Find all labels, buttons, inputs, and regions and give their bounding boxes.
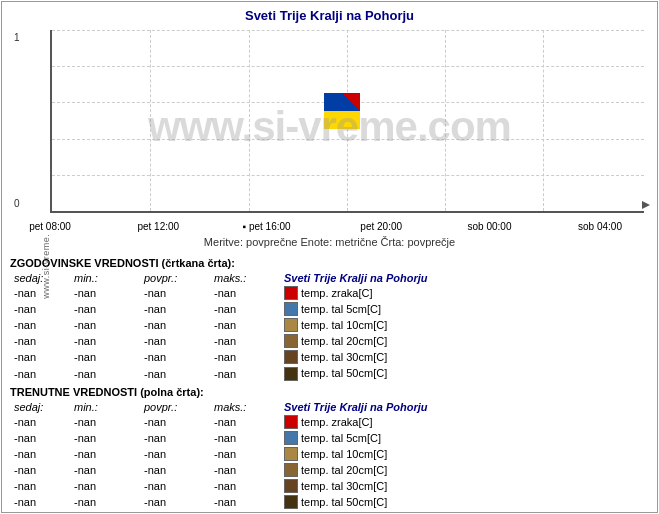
legend-cell: temp. zraka[C] (280, 285, 649, 301)
maks-val: -nan (210, 285, 280, 301)
col-maks-t: maks.: (210, 400, 280, 414)
chart-area: 1 0 (32, 25, 652, 235)
table-row: -nan-nan-nan-nan temp. tal 20cm[C] (10, 462, 649, 478)
trenutne-col-headers: sedaj: min.: povpr.: maks.: Sveti Trije … (10, 400, 649, 414)
zgodovinske-header: ZGODOVINSKE VREDNOSTI (črtkana črta): (10, 257, 649, 269)
section-trenutne: TRENUTNE VREDNOSTI (polna črta): sedaj: … (10, 386, 649, 511)
col-povpr: povpr.: (140, 271, 210, 285)
legend-cell: temp. tal 50cm[C] (280, 494, 649, 510)
legend-cell: temp. tal 10cm[C] (280, 446, 649, 462)
chart-title: Sveti Trije Kralji na Pohorju (2, 2, 657, 25)
col-station-z: Sveti Trije Kralji na Pohorju (280, 271, 649, 285)
col-povpr-t: povpr.: (140, 400, 210, 414)
table-row: -nan-nan-nan-nan temp. tal 30cm[C] (10, 478, 649, 494)
legend-cell: temp. tal 10cm[C] (280, 317, 649, 333)
trenutne-table: sedaj: min.: povpr.: maks.: Sveti Trije … (10, 400, 649, 511)
col-station-t: Sveti Trije Kralji na Pohorju (280, 400, 649, 414)
zgodovinske-table: sedaj: min.: povpr.: maks.: Sveti Trije … (10, 271, 649, 382)
data-sections: ZGODOVINSKE VREDNOSTI (črtkana črta): se… (2, 249, 657, 512)
table-row: -nan-nan-nan-nan temp. zraka[C] (10, 414, 649, 430)
table-row: -nan-nan-nan-nan temp. tal 50cm[C] (10, 365, 649, 381)
table-row: -nan-nan-nan-nan temp. tal 30cm[C] (10, 349, 649, 365)
table-row: -nan-nan-nan-nan temp. tal 50cm[C] (10, 494, 649, 510)
x-label-2: ▪ pet 16:00 (243, 221, 291, 232)
x-label-5: sob 04:00 (578, 221, 622, 232)
x-label-0: pet 08:00 (29, 221, 71, 232)
x-label-3: pet 20:00 (360, 221, 402, 232)
table-row: -nan-nan-nan-nan temp. tal 10cm[C] (10, 317, 649, 333)
section-zgodovinske: ZGODOVINSKE VREDNOSTI (črtkana črta): se… (10, 257, 649, 382)
table-row: -nan-nan-nan-nan temp. tal 5cm[C] (10, 430, 649, 446)
legend-cell: temp. tal 5cm[C] (280, 301, 649, 317)
legend-cell: temp. zraka[C] (280, 414, 649, 430)
legend-cell: temp. tal 5cm[C] (280, 430, 649, 446)
x-label-1: pet 12:00 (137, 221, 179, 232)
table-row: -nan -nan -nan -nan temp. zraka[C] (10, 285, 649, 301)
main-container: www.si-vreme.com Sveti Trije Kralji na P… (1, 1, 658, 513)
x-labels: pet 08:00 pet 12:00 ▪ pet 16:00 pet 20:0… (50, 221, 644, 232)
legend-cell: temp. tal 30cm[C] (280, 478, 649, 494)
table-row: -nan-nan-nan-nan temp. tal 10cm[C] (10, 446, 649, 462)
zgodovinske-col-headers: sedaj: min.: povpr.: maks.: Sveti Trije … (10, 271, 649, 285)
y-label-0: 0 (14, 198, 20, 209)
legend-cell: temp. tal 20cm[C] (280, 462, 649, 478)
col-maks: maks.: (210, 271, 280, 285)
table-row: -nan-nan-nan-nan temp. tal 5cm[C] (10, 301, 649, 317)
min-val: -nan (70, 285, 140, 301)
col-sedaj-t: sedaj: (10, 400, 70, 414)
meritve-line: Meritve: povprečne Enote: metrične Črta:… (2, 236, 657, 248)
col-min: min.: (70, 271, 140, 285)
legend-cell: temp. tal 20cm[C] (280, 333, 649, 349)
povpr-val: -nan (140, 285, 210, 301)
x-axis-arrow (642, 201, 650, 209)
legend-cell: temp. tal 30cm[C] (280, 349, 649, 365)
y-label-1: 1 (14, 32, 20, 43)
col-min-t: min.: (70, 400, 140, 414)
table-row: -nan-nan-nan-nan temp. tal 20cm[C] (10, 333, 649, 349)
x-label-4: sob 00:00 (468, 221, 512, 232)
legend-cell: temp. tal 50cm[C] (280, 365, 649, 381)
flag-marker (324, 93, 360, 129)
trenutne-header: TRENUTNE VREDNOSTI (polna črta): (10, 386, 649, 398)
